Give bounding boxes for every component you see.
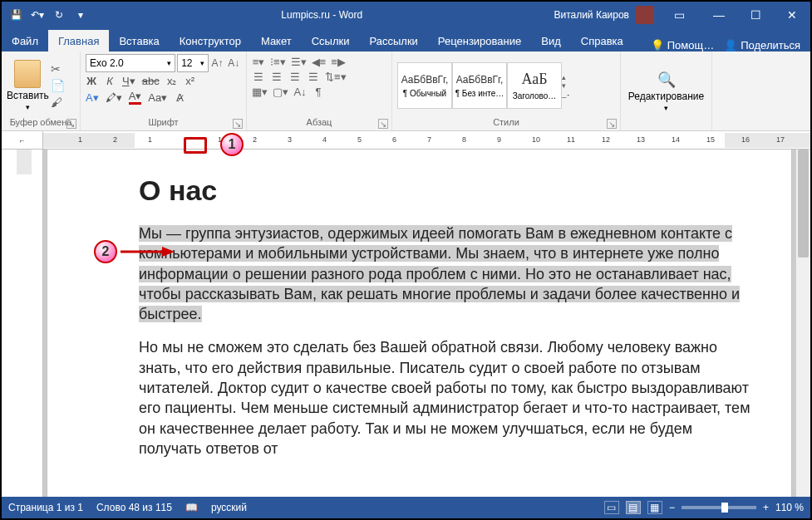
ribbon-display-icon[interactable]: ▭ [661, 2, 697, 28]
style-item-heading[interactable]: АаБ Заголово… [507, 62, 562, 109]
group-clipboard-label: Буфер обмена [7, 117, 75, 129]
text-effects-icon[interactable]: A▾ [86, 91, 99, 104]
status-language[interactable]: русский [211, 502, 247, 513]
underline-button[interactable]: Ч▾ [122, 75, 135, 87]
find-icon: 🔍 [657, 71, 676, 89]
zoom-out-icon[interactable]: − [669, 502, 675, 513]
shading-icon[interactable]: ▦▾ [252, 86, 268, 98]
tab-design[interactable]: Конструктор [170, 30, 251, 52]
doc-heading: О нас [139, 174, 758, 207]
strikethrough-button[interactable]: abc [142, 75, 160, 87]
styles-dialog-icon[interactable]: ↘ [607, 119, 617, 129]
tell-me-button[interactable]: 💡Помощ… [651, 39, 714, 52]
minimize-button[interactable]: ― [701, 2, 737, 28]
ruler-horizontal[interactable]: ⌐ 121 1234567891011121314151617 [2, 131, 810, 150]
statusbar: Страница 1 из 1 Слово 48 из 115 📖 русски… [2, 497, 810, 518]
font-color-icon[interactable]: A▾ [129, 90, 142, 105]
document-page[interactable]: О нас Мы — группа энтузиастов, одержимых… [47, 150, 792, 497]
ribbon-tabs: Файл Главная Вставка Конструктор Макет С… [2, 28, 810, 52]
zoom-level[interactable]: 110 % [775, 502, 804, 513]
status-words[interactable]: Слово 48 из 115 [96, 502, 172, 513]
borders-icon[interactable]: ▢▾ [273, 86, 288, 98]
bold-button[interactable]: Ж [86, 75, 97, 87]
tab-insert[interactable]: Вставка [109, 30, 169, 52]
tab-view[interactable]: Вид [531, 30, 571, 52]
status-proofing-icon[interactable]: 📖 [185, 502, 198, 513]
paragraph-dialog-icon[interactable]: ↘ [378, 119, 388, 129]
bullets-icon[interactable]: ≡▾ [252, 56, 265, 68]
group-styles: АаБбВвГг, ¶ Обычный АаБбВвГг, ¶ Без инте… [392, 52, 621, 130]
svg-marker-1 [162, 247, 175, 257]
copy-icon[interactable]: 📄 [51, 79, 65, 92]
shrink-font-icon[interactable]: A↓ [226, 54, 241, 72]
cut-icon[interactable]: ✂ [51, 62, 65, 76]
italic-button[interactable]: К [104, 75, 116, 87]
group-paragraph-label: Абзац [252, 117, 386, 129]
increase-indent-icon[interactable]: ≡▶ [331, 56, 346, 68]
font-name-input[interactable]: Exo 2.0▾ [86, 54, 175, 72]
qat-more-icon[interactable]: ▾ [71, 6, 90, 24]
highlight-icon[interactable]: 🖍▾ [106, 91, 122, 104]
share-button[interactable]: 👤Поделиться [724, 39, 800, 52]
titlebar: 💾 ↶▾ ↻ ▾ Lumpics.ru - Word Виталий Каиро… [2, 2, 810, 28]
superscript-button[interactable]: x² [185, 75, 196, 87]
font-dialog-icon[interactable]: ↘ [233, 119, 243, 129]
numbering-icon[interactable]: ⁝≡▾ [270, 56, 286, 68]
multilevel-icon[interactable]: ☰▾ [291, 56, 307, 68]
justify-icon[interactable]: ☰ [307, 71, 320, 83]
annotation-callout-1: 1 [220, 133, 244, 156]
group-font: Exo 2.0▾ 12▾ A↑ A↓ Ж К Ч▾ abc x₂ x² A▾ 🖍… [81, 52, 247, 130]
decrease-indent-icon[interactable]: ◀≡ [312, 56, 327, 68]
grow-font-icon[interactable]: A↑ [210, 54, 225, 72]
tab-help[interactable]: Справка [571, 30, 633, 52]
undo-icon[interactable]: ↶▾ [28, 6, 47, 24]
sort-icon[interactable]: A↓ [293, 86, 307, 98]
close-button[interactable]: ✕ [774, 2, 810, 28]
user-name[interactable]: Виталий Каиров [554, 9, 629, 21]
zoom-slider[interactable] [682, 506, 756, 509]
view-read-icon[interactable]: ▭ [604, 501, 619, 514]
group-styles-label: Стили [397, 117, 615, 129]
tab-file[interactable]: Файл [2, 30, 48, 52]
tab-references[interactable]: Ссылки [302, 30, 360, 52]
ruler-vertical[interactable] [2, 150, 43, 497]
annotation-callout-2: 2 [94, 240, 117, 263]
paste-button[interactable]: Вставить ▾ [7, 60, 49, 111]
style-item-normal[interactable]: АаБбВвГг, ¶ Обычный [397, 62, 452, 109]
maximize-button[interactable]: ☐ [737, 2, 774, 28]
align-center-icon[interactable]: ☰ [270, 71, 283, 83]
view-print-icon[interactable]: ▤ [626, 501, 641, 514]
styles-down-icon[interactable]: ▾ [562, 81, 575, 90]
clipboard-dialog-icon[interactable]: ↘ [66, 119, 76, 129]
annotation-rect-1 [184, 137, 207, 154]
status-page[interactable]: Страница 1 из 1 [8, 502, 83, 513]
line-spacing-icon[interactable]: ⇅≡▾ [325, 71, 347, 83]
tab-layout[interactable]: Макет [251, 30, 302, 52]
subscript-button[interactable]: x₂ [166, 75, 178, 87]
align-left-icon[interactable]: ☰ [252, 71, 265, 83]
style-item-nospacing[interactable]: АаБбВвГг, ¶ Без инте… [452, 62, 507, 109]
font-size-input[interactable]: 12▾ [177, 54, 208, 72]
window-title: Lumpics.ru - Word [90, 9, 554, 21]
format-painter-icon[interactable]: 🖌 [51, 96, 65, 109]
save-icon[interactable]: 💾 [7, 6, 25, 24]
scrollbar-vertical[interactable] [795, 150, 810, 497]
styles-up-icon[interactable]: ▴ [562, 73, 575, 81]
styles-more-icon[interactable]: ⎯▾ [562, 90, 575, 98]
annotation-arrow-icon [121, 247, 175, 257]
group-paragraph: ≡▾ ⁝≡▾ ☰▾ ◀≡ ≡▶ ☰ ☰ ☰ ☰ ⇅≡▾ ▦▾ ▢▾ A↓ ¶ А… [247, 52, 392, 130]
clear-formatting-icon[interactable]: A̷ [174, 91, 185, 104]
view-web-icon[interactable]: ▦ [647, 501, 662, 514]
group-editing: 🔍 Редактирование ▾ [621, 52, 712, 130]
tab-mailings[interactable]: Рассылки [359, 30, 427, 52]
tab-home[interactable]: Главная [48, 30, 109, 52]
zoom-in-icon[interactable]: + [763, 502, 769, 513]
align-right-icon[interactable]: ☰ [288, 71, 302, 83]
tab-review[interactable]: Рецензирование [428, 30, 531, 52]
show-marks-icon[interactable]: ¶ [312, 86, 325, 98]
user-avatar-icon[interactable] [636, 6, 654, 24]
group-clipboard: Вставить ▾ ✂ 📄 🖌 Буфер обмена ↘ [2, 52, 81, 130]
editing-button[interactable]: 🔍 Редактирование ▾ [626, 54, 706, 129]
change-case-button[interactable]: Aa▾ [148, 91, 167, 104]
redo-icon[interactable]: ↻ [50, 6, 68, 24]
